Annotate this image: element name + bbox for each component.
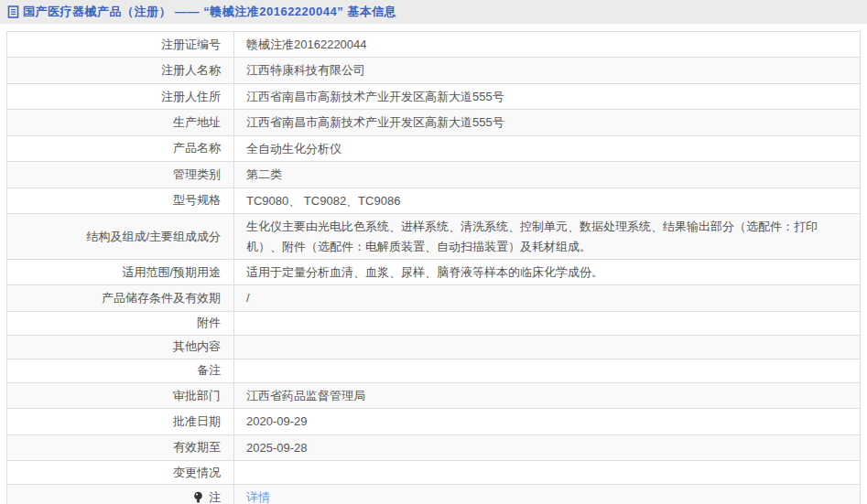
field-value: 第二类: [246, 167, 282, 181]
note-bulb-icon: [193, 491, 203, 503]
field-label: 注册证编号: [161, 38, 221, 51]
table-row: 备注: [7, 359, 861, 382]
table-row: 附件: [7, 311, 861, 335]
field-label: 适用范围/预期用途: [122, 265, 221, 279]
table-row: 审批部门 江西省药品监督管理局: [7, 382, 861, 408]
field-label: 批准日期: [173, 414, 221, 428]
field-label: 结构及组成/主要组成成分: [86, 230, 221, 243]
table-row: 变更情况: [7, 461, 861, 485]
table-wrap: 注册证编号 赣械注准20162220044 注册人名称 江西特康科技有限公司: [6, 31, 861, 504]
table-row: 生产地址 江西省南昌市高新技术产业开发区高新大道555号: [7, 110, 861, 135]
field-label: 管理类别: [173, 167, 221, 181]
table-row: 产品储存条件及有效期 /: [7, 285, 861, 311]
table-row: 注册人名称 江西特康科技有限公司: [7, 58, 861, 83]
table-row: 其他内容: [7, 335, 861, 359]
field-label: 产品储存条件及有效期: [102, 291, 221, 305]
field-value: 全自动生化分析仪: [246, 142, 341, 155]
field-value: 生化仪主要由光电比色系统、进样系统、清洗系统、控制单元、数据处理系统、结果输出部…: [246, 220, 818, 252]
field-label: 审批部门: [173, 389, 221, 402]
field-value: 适用于定量分析血清、血浆、尿样、脑脊液等样本的临床化学成份。: [246, 265, 603, 279]
table-row: 产品名称 全自动生化分析仪: [7, 135, 861, 161]
info-table: 注册证编号 赣械注准20162220044 注册人名称 江西特康科技有限公司: [6, 31, 861, 504]
field-label: 变更情况: [173, 466, 221, 479]
table-row: 注册人住所 江西省南昌市高新技术产业开发区高新大道555号: [7, 83, 861, 109]
document-icon: [7, 5, 19, 18]
field-value: 2020-09-29: [246, 414, 308, 428]
field-label: 产品名称: [173, 141, 221, 155]
field-label: 型号规格: [173, 193, 221, 207]
table-row: 有效期至 2025-09-28: [7, 434, 861, 460]
field-value: TC9080、 TC9082、TC9086: [246, 194, 400, 208]
page-title: 国产医疗器械产品（注册） —— “赣械注准20162220044” 基本信息: [23, 4, 396, 20]
table-row: 批准日期 2020-09-29: [7, 409, 861, 434]
table-row: 管理类别 第二类: [7, 162, 861, 188]
field-value: 2025-09-28: [246, 441, 308, 455]
table-row: 结构及组成/主要组成成分 生化仪主要由光电比色系统、进样系统、清洗系统、控制单元…: [7, 214, 861, 260]
field-label: 注: [209, 490, 221, 504]
field-label: 有效期至: [173, 440, 221, 454]
field-value: /: [246, 291, 250, 305]
field-label: 备注: [197, 363, 221, 377]
details-link[interactable]: 详情: [246, 490, 270, 504]
field-label: 注册人住所: [161, 90, 221, 103]
table-row: 注 详情: [7, 485, 861, 504]
field-label: 生产地址: [173, 115, 221, 129]
field-value: 江西特康科技有限公司: [246, 63, 365, 77]
field-label: 注册人名称: [161, 63, 221, 77]
title-bar: 国产医疗器械产品（注册） —— “赣械注准20162220044” 基本信息: [0, 0, 867, 24]
field-value: 江西省药品监督管理局: [246, 389, 365, 402]
field-value: 江西省南昌市高新技术产业开发区高新大道555号: [246, 115, 504, 129]
field-value: 江西省南昌市高新技术产业开发区高新大道555号: [246, 90, 504, 103]
table-row: 型号规格 TC9080、 TC9082、TC9086: [7, 188, 861, 213]
table-row: 注册证编号 赣械注准20162220044: [7, 32, 861, 58]
field-value: 赣械注准20162220044: [246, 38, 367, 51]
page: 国产医疗器械产品（注册） —— “赣械注准20162220044” 基本信息 注…: [0, 0, 867, 504]
field-label: 附件: [197, 316, 221, 329]
field-label: 其他内容: [173, 339, 221, 353]
table-row: 适用范围/预期用途 适用于定量分析血清、血浆、尿样、脑脊液等样本的临床化学成份。: [7, 259, 861, 284]
